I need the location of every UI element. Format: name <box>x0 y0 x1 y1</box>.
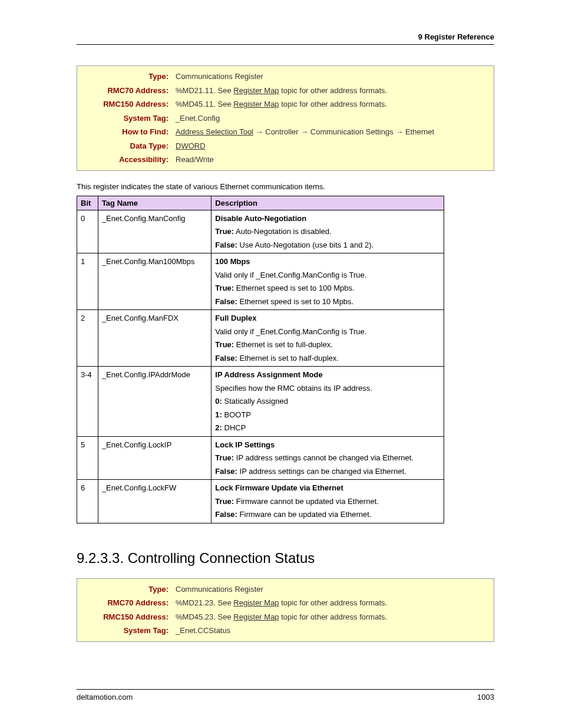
type-value: Communications Register <box>176 584 488 595</box>
systag-value: _Enet.CCStatus <box>176 625 488 637</box>
register-info-box-2: Type: Communications Register RMC70 Addr… <box>77 578 494 642</box>
footer-site: deltamotion.com <box>77 693 133 701</box>
systag-label: System Tag: <box>77 625 176 637</box>
rmc150-value: %MD45.23. See Register Map topic for oth… <box>176 611 488 623</box>
intro-text: This register indicates the state of var… <box>77 182 494 192</box>
type-label: Type: <box>77 584 176 595</box>
register-map-link[interactable]: Register Map <box>233 598 279 607</box>
datatype-label: Data Type: <box>77 140 176 152</box>
systag-label: System Tag: <box>77 113 176 124</box>
systag-value: _Enet.Config <box>176 113 488 124</box>
access-value: Read/Write <box>176 154 488 166</box>
col-description: Description <box>211 196 444 210</box>
table-row: 6 _Enet.Config.LockFW Lock Firmware Upda… <box>77 480 444 523</box>
footer-page: 1003 <box>477 693 494 701</box>
rmc150-label: RMC150 Address: <box>77 611 176 623</box>
datatype-value: DWORD <box>176 140 488 152</box>
rmc70-value: %MD21.11. See Register Map topic for oth… <box>176 85 488 97</box>
section-heading: 9.2.3.3. Controlling Connection Status <box>77 550 494 566</box>
page-header: 9 Register Reference <box>77 32 494 45</box>
table-row: 2 _Enet.Config.ManFDX Full Duplex Valid … <box>77 310 444 367</box>
page-footer: deltamotion.com 1003 <box>77 689 494 701</box>
register-info-box: Type: Communications Register RMC70 Addr… <box>77 65 494 171</box>
howto-value: Address Selection Tool → Controller → Co… <box>176 126 488 138</box>
register-map-link[interactable]: Register Map <box>233 100 279 108</box>
register-map-link[interactable]: Register Map <box>233 612 279 621</box>
rmc70-value: %MD21.23. See Register Map topic for oth… <box>176 597 488 609</box>
type-value: Communications Register <box>176 71 488 83</box>
rmc70-label: RMC70 Address: <box>77 85 176 97</box>
register-map-link[interactable]: Register Map <box>233 86 279 95</box>
type-label: Type: <box>77 71 176 83</box>
table-row: 3-4 _Enet.Config.IPAddrMode IP Address A… <box>77 367 444 437</box>
table-row: 5 _Enet.Config.LockIP Lock IP Settings T… <box>77 436 444 480</box>
chapter-title: 9 Register Reference <box>418 32 494 41</box>
access-label: Accessibility: <box>77 154 176 166</box>
bit-table: Bit Tag Name Description 0 _Enet.Config.… <box>77 196 444 523</box>
col-tagname: Tag Name <box>98 196 211 210</box>
rmc70-label: RMC70 Address: <box>77 597 176 609</box>
rmc150-label: RMC150 Address: <box>77 98 176 110</box>
table-row: 0 _Enet.Config.ManConfig Disable Auto-Ne… <box>77 210 444 253</box>
col-bit: Bit <box>77 196 98 210</box>
table-row: 1 _Enet.Config.Man100Mbps 100 Mbps Valid… <box>77 253 444 310</box>
howto-label: How to Find: <box>77 126 176 138</box>
address-selection-tool-link[interactable]: Address Selection Tool <box>176 127 253 136</box>
dword-link[interactable]: DWORD <box>176 141 206 150</box>
rmc150-value: %MD45.11. See Register Map topic for oth… <box>176 98 488 110</box>
